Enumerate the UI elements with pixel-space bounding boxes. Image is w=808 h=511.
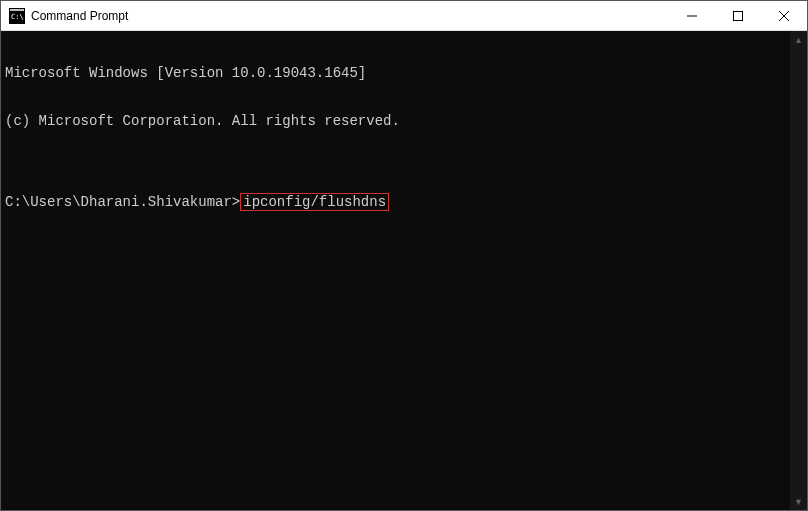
svg-rect-4	[734, 11, 743, 20]
close-button[interactable]	[761, 1, 807, 30]
scroll-down-arrow-icon[interactable]: ▼	[790, 493, 807, 510]
terminal-prompt: C:\Users\Dharani.Shivakumar>	[5, 194, 240, 210]
terminal-line-version: Microsoft Windows [Version 10.0.19043.16…	[5, 65, 786, 81]
cmd-icon: C:\	[9, 8, 25, 24]
minimize-button[interactable]	[669, 1, 715, 30]
vertical-scrollbar[interactable]: ▲ ▼	[790, 31, 807, 510]
terminal-command-highlighted: ipconfig/flushdns	[240, 193, 389, 211]
window-controls	[669, 1, 807, 30]
scroll-up-arrow-icon[interactable]: ▲	[790, 31, 807, 48]
command-prompt-window: C:\ Command Prompt Microsoft Windows [Ve…	[0, 0, 808, 511]
terminal-line-copyright: (c) Microsoft Corporation. All rights re…	[5, 113, 786, 129]
maximize-button[interactable]	[715, 1, 761, 30]
titlebar[interactable]: C:\ Command Prompt	[1, 1, 807, 31]
svg-rect-1	[10, 9, 24, 11]
svg-text:C:\: C:\	[11, 13, 24, 21]
terminal-content[interactable]: Microsoft Windows [Version 10.0.19043.16…	[1, 31, 790, 510]
window-title: Command Prompt	[31, 9, 669, 23]
terminal-area[interactable]: Microsoft Windows [Version 10.0.19043.16…	[1, 31, 807, 510]
terminal-prompt-line: C:\Users\Dharani.Shivakumar>ipconfig/flu…	[5, 193, 786, 211]
